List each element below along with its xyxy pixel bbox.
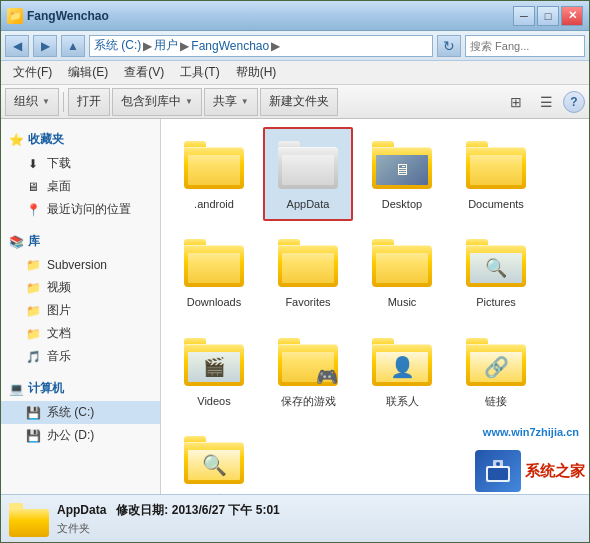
status-folder-icon	[9, 501, 49, 537]
share-arrow: ▼	[241, 97, 249, 106]
view-list-button[interactable]: ☰	[533, 89, 559, 115]
sidebar-item-videos[interactable]: 📁 视频	[1, 276, 160, 299]
folder-icon-documents	[464, 137, 528, 193]
minimize-button[interactable]: ─	[513, 6, 535, 26]
sidebar-item-documents[interactable]: 📁 文档	[1, 322, 160, 345]
file-item-contacts[interactable]: 👤 联系人	[357, 324, 447, 418]
folder-icon-appdata	[276, 137, 340, 193]
sidebar-favorites-header[interactable]: ⭐ 收藏夹	[1, 127, 160, 152]
open-label: 打开	[77, 93, 101, 110]
window-icon: 📁	[7, 8, 23, 24]
file-area: .android AppData	[161, 119, 589, 494]
sidebar-item-drive-c[interactable]: 💾 系统 (C:)	[1, 401, 160, 424]
view-large-button[interactable]: ⊞	[503, 89, 529, 115]
folder-icon-contacts: 👤	[370, 334, 434, 390]
window-title: FangWenchao	[27, 9, 109, 23]
file-item-android[interactable]: .android	[169, 127, 259, 221]
breadcrumb-sep-3: ▶	[271, 39, 280, 53]
menu-view[interactable]: 查看(V)	[116, 62, 172, 83]
new-folder-label: 新建文件夹	[269, 93, 329, 110]
file-item-music[interactable]: Music	[357, 225, 447, 319]
folder-icon-searches: 🔍	[182, 432, 246, 488]
sidebar-section-library: 📚 库 📁 Subversion 📁 视频 📁 图片 📁 文档	[1, 229, 160, 368]
sidebar-item-desktop[interactable]: 🖥 桌面	[1, 175, 160, 198]
logo-text: 系统之家	[525, 462, 585, 481]
refresh-button[interactable]: ↻	[437, 35, 461, 57]
file-item-pictures[interactable]: 🔍 Pictures	[451, 225, 541, 319]
file-item-desktop[interactable]: 🖥 Desktop	[357, 127, 447, 221]
breadcrumb-item-c[interactable]: 系统 (C:)	[94, 37, 141, 54]
file-item-appdata[interactable]: AppData	[263, 127, 353, 221]
menu-tools[interactable]: 工具(T)	[172, 62, 227, 83]
status-bar: AppData 修改日期: 2013/6/27 下午 5:01 文件夹	[1, 494, 589, 542]
file-label-documents: Documents	[468, 197, 524, 211]
title-bar: 📁 FangWenchao ─ □ ✕	[1, 1, 589, 31]
organize-arrow: ▼	[42, 97, 50, 106]
breadcrumb-sep-2: ▶	[180, 39, 189, 53]
file-item-favorites[interactable]: Favorites	[263, 225, 353, 319]
sidebar-computer-header[interactable]: 💻 计算机	[1, 376, 160, 401]
share-button[interactable]: 共享 ▼	[204, 88, 258, 116]
content-area: ⭐ 收藏夹 ⬇ 下载 🖥 桌面 📍 最近访问的位置	[1, 119, 589, 494]
file-item-downloads[interactable]: Downloads	[169, 225, 259, 319]
maximize-button[interactable]: □	[537, 6, 559, 26]
file-label-contacts: 联系人	[386, 394, 419, 408]
new-folder-button[interactable]: 新建文件夹	[260, 88, 338, 116]
back-button[interactable]: ◀	[5, 35, 29, 57]
folder-icon-links: 🔗	[464, 334, 528, 390]
toolbar-separator-1	[63, 92, 64, 112]
watermark-url: www.win7zhijia.cn	[483, 426, 579, 438]
file-area-wrapper: .android AppData	[161, 119, 589, 494]
sidebar-item-recent[interactable]: 📍 最近访问的位置	[1, 198, 160, 221]
file-label-downloads: Downloads	[187, 295, 241, 309]
library-icon: 📚	[9, 235, 24, 249]
file-label-videos: Videos	[197, 394, 230, 408]
svg-rect-1	[488, 468, 508, 480]
sidebar-item-downloads[interactable]: ⬇ 下载	[1, 152, 160, 175]
folder-icon-downloads	[182, 235, 246, 291]
up-button[interactable]: ▲	[61, 35, 85, 57]
folder-icon-desktop: 🖥	[370, 137, 434, 193]
window: 📁 FangWenchao ─ □ ✕ ◀ ▶ ▲ 系统 (C:) ▶ 用户 ▶…	[0, 0, 590, 543]
share-label: 共享	[213, 93, 237, 110]
folder-icon-music	[370, 235, 434, 291]
file-label-music: Music	[388, 295, 417, 309]
menu-help[interactable]: 帮助(H)	[228, 62, 285, 83]
search-bar: 🔍	[465, 35, 585, 57]
breadcrumb-sep-1: ▶	[143, 39, 152, 53]
sidebar-section-favorites: ⭐ 收藏夹 ⬇ 下载 🖥 桌面 📍 最近访问的位置	[1, 127, 160, 221]
breadcrumb-item-users[interactable]: 用户	[154, 37, 178, 54]
sidebar-item-drive-d[interactable]: 💾 办公 (D:)	[1, 424, 160, 447]
include-library-button[interactable]: 包含到库中 ▼	[112, 88, 202, 116]
file-item-videos[interactable]: 🎬 Videos	[169, 324, 259, 418]
close-button[interactable]: ✕	[561, 6, 583, 26]
menu-file[interactable]: 文件(F)	[5, 62, 60, 83]
breadcrumb-item-user[interactable]: FangWenchao	[191, 39, 269, 53]
file-label-saved-games: 保存的游戏	[281, 394, 336, 408]
file-item-links[interactable]: 🔗 链接	[451, 324, 541, 418]
forward-button[interactable]: ▶	[33, 35, 57, 57]
file-label-desktop: Desktop	[382, 197, 422, 211]
status-folder-name: AppData 修改日期: 2013/6/27 下午 5:01	[57, 502, 280, 519]
search-input[interactable]	[470, 40, 590, 52]
file-label-pictures: Pictures	[476, 295, 516, 309]
star-icon: ⭐	[9, 133, 24, 147]
folder-icon-documents: 📁	[25, 326, 41, 342]
drive-c-icon: 💾	[25, 405, 41, 421]
folder-icon-pictures-main: 🔍	[464, 235, 528, 291]
sidebar-item-music[interactable]: 🎵 音乐	[1, 345, 160, 368]
file-item-saved-games[interactable]: 🎮 保存的游戏	[263, 324, 353, 418]
menu-bar: 文件(F) 编辑(E) 查看(V) 工具(T) 帮助(H)	[1, 61, 589, 85]
file-item-documents[interactable]: Documents	[451, 127, 541, 221]
file-item-searches[interactable]: 🔍 搜索	[169, 422, 259, 494]
location-icon: 📍	[25, 202, 41, 218]
help-button[interactable]: ?	[563, 91, 585, 113]
watermark-logo-area: 系统之家	[475, 450, 585, 492]
status-info: AppData 修改日期: 2013/6/27 下午 5:01 文件夹	[57, 502, 280, 536]
open-button[interactable]: 打开	[68, 88, 110, 116]
menu-edit[interactable]: 编辑(E)	[60, 62, 116, 83]
organize-button[interactable]: 组织 ▼	[5, 88, 59, 116]
sidebar-library-header[interactable]: 📚 库	[1, 229, 160, 254]
sidebar-item-pictures[interactable]: 📁 图片	[1, 299, 160, 322]
sidebar-item-subversion[interactable]: 📁 Subversion	[1, 254, 160, 276]
